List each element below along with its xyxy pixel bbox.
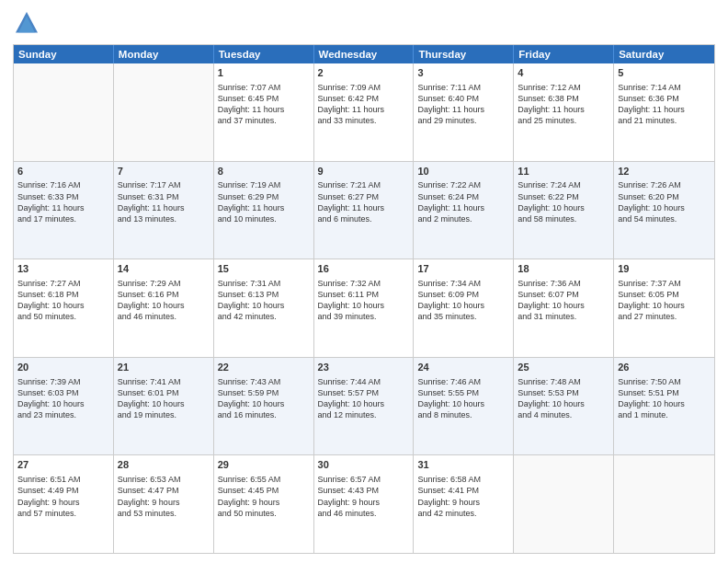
day-number: 27: [17, 458, 109, 472]
day-info: Sunrise: 7:43 AM Sunset: 5:59 PM Dayligh…: [218, 377, 285, 419]
week-row-2: 13Sunrise: 7:27 AM Sunset: 6:18 PM Dayli…: [14, 259, 714, 358]
day-info: Sunrise: 7:17 AM Sunset: 6:31 PM Dayligh…: [118, 180, 185, 223]
day-of-week-sunday: Sunday: [14, 45, 114, 63]
header: [13, 9, 715, 37]
week-row-4: 27Sunrise: 6:51 AM Sunset: 4:49 PM Dayli…: [14, 455, 714, 553]
day-cell-23: 23Sunrise: 7:44 AM Sunset: 5:57 PM Dayli…: [314, 358, 415, 455]
day-cell-4: 4Sunrise: 7:12 AM Sunset: 6:38 PM Daylig…: [514, 63, 614, 161]
day-info: Sunrise: 7:32 AM Sunset: 6:11 PM Dayligh…: [318, 279, 385, 321]
day-info: Sunrise: 6:53 AM Sunset: 4:47 PM Dayligh…: [118, 475, 181, 517]
day-info: Sunrise: 7:36 AM Sunset: 6:07 PM Dayligh…: [518, 279, 585, 321]
day-number: 21: [118, 361, 210, 374]
day-number: 20: [17, 361, 109, 374]
day-cell-13: 13Sunrise: 7:27 AM Sunset: 6:18 PM Dayli…: [14, 259, 114, 357]
day-number: 17: [417, 262, 509, 276]
day-number: 5: [618, 66, 711, 80]
day-cell-21: 21Sunrise: 7:41 AM Sunset: 6:01 PM Dayli…: [114, 358, 214, 455]
day-cell-22: 22Sunrise: 7:43 AM Sunset: 5:59 PM Dayli…: [214, 358, 314, 455]
day-number: 19: [618, 262, 711, 276]
day-number: 8: [218, 165, 310, 178]
day-cell-1: 1Sunrise: 7:07 AM Sunset: 6:45 PM Daylig…: [214, 63, 314, 161]
day-info: Sunrise: 7:41 AM Sunset: 6:01 PM Dayligh…: [118, 377, 185, 419]
day-number: 22: [218, 361, 310, 374]
day-number: 3: [417, 66, 509, 80]
day-number: 12: [618, 165, 711, 178]
day-of-week-tuesday: Tuesday: [214, 45, 314, 63]
day-number: 6: [17, 165, 109, 178]
day-number: 1: [218, 66, 310, 80]
empty-cell: [14, 63, 114, 161]
day-info: Sunrise: 7:09 AM Sunset: 6:42 PM Dayligh…: [318, 83, 385, 125]
day-cell-19: 19Sunrise: 7:37 AM Sunset: 6:05 PM Dayli…: [614, 259, 714, 357]
day-number: 23: [318, 361, 410, 374]
day-cell-6: 6Sunrise: 7:16 AM Sunset: 6:33 PM Daylig…: [14, 162, 114, 259]
day-number: 31: [417, 458, 509, 472]
day-number: 30: [318, 458, 410, 472]
day-cell-9: 9Sunrise: 7:21 AM Sunset: 6:27 PM Daylig…: [314, 162, 415, 259]
day-info: Sunrise: 7:31 AM Sunset: 6:13 PM Dayligh…: [218, 279, 285, 321]
day-number: 26: [618, 361, 711, 374]
day-info: Sunrise: 7:48 AM Sunset: 5:53 PM Dayligh…: [518, 377, 585, 419]
day-cell-8: 8Sunrise: 7:19 AM Sunset: 6:29 PM Daylig…: [214, 162, 314, 259]
calendar-body: 1Sunrise: 7:07 AM Sunset: 6:45 PM Daylig…: [14, 63, 714, 553]
day-cell-25: 25Sunrise: 7:48 AM Sunset: 5:53 PM Dayli…: [514, 358, 614, 455]
day-number: 14: [118, 262, 210, 276]
day-info: Sunrise: 7:21 AM Sunset: 6:27 PM Dayligh…: [318, 180, 385, 223]
day-info: Sunrise: 7:22 AM Sunset: 6:24 PM Dayligh…: [417, 180, 484, 223]
day-number: 9: [318, 165, 410, 178]
week-row-1: 6Sunrise: 7:16 AM Sunset: 6:33 PM Daylig…: [14, 162, 714, 260]
day-info: Sunrise: 7:44 AM Sunset: 5:57 PM Dayligh…: [318, 377, 385, 419]
day-info: Sunrise: 7:11 AM Sunset: 6:40 PM Dayligh…: [417, 83, 484, 125]
day-cell-14: 14Sunrise: 7:29 AM Sunset: 6:16 PM Dayli…: [114, 259, 214, 357]
day-info: Sunrise: 7:24 AM Sunset: 6:22 PM Dayligh…: [518, 180, 585, 223]
day-info: Sunrise: 7:37 AM Sunset: 6:05 PM Dayligh…: [618, 279, 685, 321]
day-cell-27: 27Sunrise: 6:51 AM Sunset: 4:49 PM Dayli…: [14, 455, 114, 553]
day-info: Sunrise: 7:39 AM Sunset: 6:03 PM Dayligh…: [17, 377, 85, 419]
day-info: Sunrise: 6:57 AM Sunset: 4:43 PM Dayligh…: [318, 475, 381, 517]
day-cell-28: 28Sunrise: 6:53 AM Sunset: 4:47 PM Dayli…: [114, 455, 214, 553]
day-of-week-wednesday: Wednesday: [314, 45, 415, 63]
day-info: Sunrise: 7:12 AM Sunset: 6:38 PM Dayligh…: [518, 83, 585, 125]
empty-cell: [114, 63, 214, 161]
day-cell-16: 16Sunrise: 7:32 AM Sunset: 6:11 PM Dayli…: [314, 259, 415, 357]
day-info: Sunrise: 7:50 AM Sunset: 5:51 PM Dayligh…: [618, 377, 685, 419]
empty-cell: [514, 455, 614, 553]
day-info: Sunrise: 7:14 AM Sunset: 6:36 PM Dayligh…: [618, 83, 685, 125]
day-of-week-monday: Monday: [114, 45, 214, 63]
day-cell-12: 12Sunrise: 7:26 AM Sunset: 6:20 PM Dayli…: [614, 162, 714, 259]
day-of-week-thursday: Thursday: [414, 45, 514, 63]
day-number: 16: [318, 262, 410, 276]
day-cell-29: 29Sunrise: 6:55 AM Sunset: 4:45 PM Dayli…: [214, 455, 314, 553]
day-cell-18: 18Sunrise: 7:36 AM Sunset: 6:07 PM Dayli…: [514, 259, 614, 357]
day-number: 18: [518, 262, 609, 276]
day-number: 29: [218, 458, 310, 472]
day-number: 7: [118, 165, 210, 178]
day-cell-3: 3Sunrise: 7:11 AM Sunset: 6:40 PM Daylig…: [414, 63, 514, 161]
day-number: 11: [518, 165, 609, 178]
day-cell-24: 24Sunrise: 7:46 AM Sunset: 5:55 PM Dayli…: [414, 358, 514, 455]
day-number: 4: [518, 66, 609, 80]
day-number: 28: [118, 458, 210, 472]
day-of-week-friday: Friday: [514, 45, 614, 63]
week-row-3: 20Sunrise: 7:39 AM Sunset: 6:03 PM Dayli…: [14, 358, 714, 456]
day-number: 25: [518, 361, 609, 374]
day-info: Sunrise: 7:26 AM Sunset: 6:20 PM Dayligh…: [618, 180, 685, 223]
day-info: Sunrise: 7:46 AM Sunset: 5:55 PM Dayligh…: [417, 377, 484, 419]
day-info: Sunrise: 7:19 AM Sunset: 6:29 PM Dayligh…: [218, 180, 285, 223]
day-info: Sunrise: 6:55 AM Sunset: 4:45 PM Dayligh…: [218, 475, 281, 517]
day-number: 24: [417, 361, 509, 374]
day-cell-2: 2Sunrise: 7:09 AM Sunset: 6:42 PM Daylig…: [314, 63, 415, 161]
day-number: 13: [17, 262, 109, 276]
day-info: Sunrise: 7:16 AM Sunset: 6:33 PM Dayligh…: [17, 180, 85, 223]
day-cell-17: 17Sunrise: 7:34 AM Sunset: 6:09 PM Dayli…: [414, 259, 514, 357]
day-number: 15: [218, 262, 310, 276]
day-cell-20: 20Sunrise: 7:39 AM Sunset: 6:03 PM Dayli…: [14, 358, 114, 455]
day-info: Sunrise: 7:27 AM Sunset: 6:18 PM Dayligh…: [17, 279, 85, 321]
day-number: 10: [417, 165, 509, 178]
day-cell-11: 11Sunrise: 7:24 AM Sunset: 6:22 PM Dayli…: [514, 162, 614, 259]
day-cell-31: 31Sunrise: 6:58 AM Sunset: 4:41 PM Dayli…: [414, 455, 514, 553]
day-cell-7: 7Sunrise: 7:17 AM Sunset: 6:31 PM Daylig…: [114, 162, 214, 259]
day-of-week-saturday: Saturday: [614, 45, 714, 63]
day-cell-10: 10Sunrise: 7:22 AM Sunset: 6:24 PM Dayli…: [414, 162, 514, 259]
day-cell-30: 30Sunrise: 6:57 AM Sunset: 4:43 PM Dayli…: [314, 455, 415, 553]
